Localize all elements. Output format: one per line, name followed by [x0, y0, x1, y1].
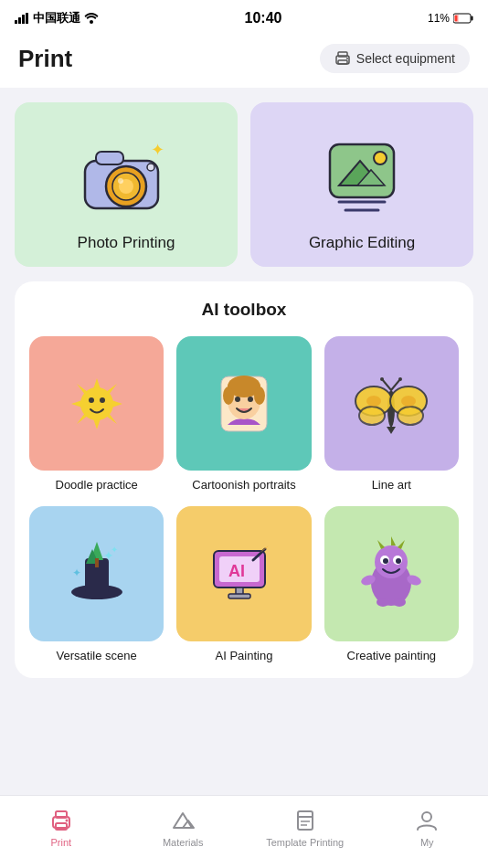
svg-point-4: [90, 20, 93, 24]
svg-point-89: [422, 812, 431, 821]
graphic-editing-label: Graphic Editing: [309, 234, 415, 252]
aipainting-icon-box: AI: [176, 506, 311, 640]
svg-point-74: [396, 558, 401, 564]
lineart-label: Line art: [372, 478, 411, 493]
graphic-editing-icon: [312, 135, 412, 217]
svg-point-73: [383, 558, 388, 564]
nav-template-label: Template Printing: [266, 837, 344, 848]
ai-toolbox-title: AI toolbox: [29, 300, 459, 320]
svg-marker-84: [183, 820, 194, 828]
tool-creative[interactable]: Creative painting: [324, 506, 459, 663]
tool-grid: Doodle practice: [29, 336, 459, 663]
svg-point-37: [248, 397, 253, 402]
svg-point-35: [254, 386, 265, 405]
svg-marker-70: [398, 540, 405, 549]
svg-rect-3: [26, 13, 28, 24]
svg-rect-10: [338, 52, 347, 57]
svg-point-82: [65, 819, 68, 821]
svg-point-47: [366, 396, 381, 407]
svg-text:✦: ✦: [111, 545, 118, 555]
doodle-icon-box: [29, 336, 164, 471]
ai-toolbox-section: AI toolbox: [15, 281, 473, 678]
svg-point-24: [374, 152, 387, 164]
svg-rect-11: [338, 60, 347, 64]
battery-indicator: 11%: [428, 12, 473, 25]
nav-template[interactable]: Template Printing: [244, 808, 366, 848]
printer-icon: [334, 51, 351, 66]
svg-text:✦: ✦: [72, 566, 81, 579]
svg-rect-7: [454, 16, 457, 22]
svg-point-48: [401, 396, 416, 407]
svg-rect-17: [96, 152, 123, 164]
aipainting-label: AI Painting: [216, 649, 273, 664]
photo-printing-icon: ✦: [76, 135, 176, 217]
doodle-label: Doodle practice: [56, 478, 138, 493]
nav-materials-label: Materials: [163, 837, 204, 848]
tool-versatile[interactable]: ✦ ✦ ✦ Versatile scene: [29, 506, 164, 663]
svg-point-29: [89, 397, 94, 403]
nav-print-label: Print: [50, 837, 71, 848]
svg-point-44: [359, 407, 385, 425]
cartoonish-label: Cartoonish portraits: [192, 478, 295, 493]
photo-printing-card[interactable]: ✦ Photo Printing: [15, 102, 238, 267]
svg-point-20: [147, 164, 154, 171]
graphic-editing-card[interactable]: Graphic Editing: [250, 102, 473, 267]
svg-rect-0: [15, 20, 17, 24]
svg-point-19: [118, 178, 123, 184]
main-content: ✦ Photo Printing: [0, 88, 488, 782]
svg-text:✦: ✦: [151, 141, 164, 159]
lineart-icon-box: [324, 336, 459, 471]
tool-doodle[interactable]: Doodle practice: [29, 336, 164, 493]
svg-point-34: [223, 386, 234, 405]
nav-template-icon: [292, 808, 318, 833]
svg-point-42: [398, 377, 402, 381]
svg-rect-1: [18, 17, 21, 24]
page-title: Print: [18, 45, 72, 73]
svg-point-30: [100, 397, 105, 403]
nav-print[interactable]: Print: [0, 808, 122, 848]
versatile-label: Versatile scene: [57, 649, 137, 664]
creative-label: Creative painting: [347, 649, 437, 664]
svg-point-28: [80, 387, 113, 420]
nav-my[interactable]: My: [366, 808, 489, 848]
svg-point-77: [377, 598, 389, 607]
svg-rect-2: [22, 15, 25, 24]
creative-icon-box: [324, 506, 459, 640]
versatile-icon-box: ✦ ✦ ✦: [29, 506, 164, 640]
svg-point-12: [346, 58, 348, 59]
nav-materials-icon: [170, 808, 196, 833]
svg-rect-65: [228, 594, 250, 598]
bottom-nav: Print Materials Template Printing: [0, 795, 488, 868]
carrier-signal: 中国联通: [15, 10, 99, 26]
svg-rect-57: [95, 558, 99, 567]
tool-cartoonish[interactable]: Cartoonish portraits: [176, 336, 311, 493]
select-equipment-label: Select equipment: [356, 51, 455, 66]
nav-my-icon: [414, 808, 440, 833]
photo-printing-label: Photo Printing: [78, 234, 175, 252]
svg-point-78: [393, 598, 406, 607]
select-equipment-button[interactable]: Select equipment: [320, 44, 470, 73]
svg-rect-6: [471, 16, 472, 21]
tool-aipainting[interactable]: AI AI Painting: [176, 506, 311, 663]
svg-rect-85: [298, 811, 313, 830]
svg-marker-49: [387, 427, 396, 434]
header: Print Select equipment: [0, 33, 488, 88]
status-bar: 中国联通 10:40 11%: [0, 0, 488, 33]
svg-point-41: [380, 377, 384, 381]
status-time: 10:40: [245, 10, 282, 26]
nav-print-icon: [48, 808, 74, 833]
svg-marker-69: [391, 536, 396, 545]
svg-marker-68: [377, 540, 385, 549]
cartoonish-icon-box: [176, 336, 311, 471]
nav-materials[interactable]: Materials: [122, 808, 245, 848]
svg-point-46: [398, 407, 423, 425]
tool-lineart[interactable]: Line art: [324, 336, 459, 493]
top-cards-row: ✦ Photo Printing: [15, 102, 473, 267]
nav-my-label: My: [420, 837, 434, 848]
svg-text:AI: AI: [228, 562, 245, 580]
svg-point-36: [235, 397, 240, 402]
